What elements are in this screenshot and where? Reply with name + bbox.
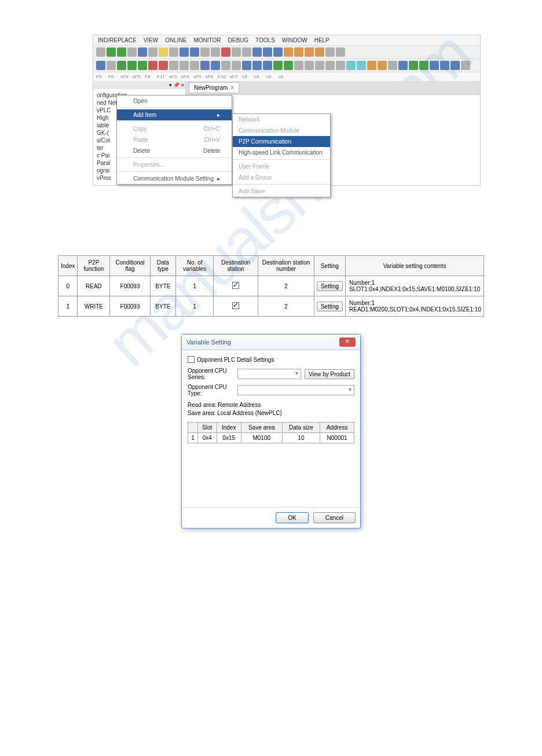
fn-key[interactable]: sF6 — [120, 74, 131, 79]
tb-icon[interactable] — [430, 61, 439, 70]
ctx-delete[interactable]: Delete Delete — [117, 145, 232, 156]
setting-button[interactable]: Setting — [317, 281, 343, 291]
tb-icon[interactable] — [252, 61, 262, 70]
fn-key[interactable]: sF5 — [133, 74, 143, 79]
cell-dtype[interactable]: BYTE — [150, 276, 175, 296]
tb-icon[interactable] — [117, 61, 126, 70]
tb-icon[interactable] — [284, 61, 293, 70]
tb-icon[interactable] — [159, 61, 168, 70]
fn-key[interactable]: F5 — [96, 74, 107, 79]
menu-help[interactable]: HELP — [314, 37, 329, 43]
ok-button[interactable]: OK — [276, 512, 308, 523]
cell-nvars[interactable]: 1 — [176, 276, 214, 296]
tb-icon[interactable] — [263, 61, 272, 70]
tb-icon[interactable] — [336, 61, 345, 70]
cell-dest-num[interactable]: 2 — [258, 296, 314, 317]
tb-icon[interactable] — [148, 47, 158, 57]
tb-icon[interactable] — [273, 61, 283, 70]
fn-key[interactable]: c5 — [266, 74, 277, 79]
tb-icon[interactable] — [273, 47, 283, 57]
menu-findreplace[interactable]: IND/REPLACE — [98, 37, 137, 43]
close-button[interactable]: ✕ — [339, 337, 356, 347]
tb-icon[interactable] — [117, 47, 126, 57]
menu-monitor[interactable]: MONITOR — [193, 37, 221, 43]
fn-key[interactable]: sF5 — [193, 74, 204, 79]
tb-icon[interactable] — [315, 61, 324, 70]
tb-icon[interactable] — [211, 61, 220, 70]
tb-icon[interactable] — [200, 61, 210, 70]
tb-icon[interactable] — [252, 47, 262, 57]
fn-key[interactable]: sF6 — [206, 74, 216, 79]
tb-icon[interactable] — [200, 47, 210, 57]
tb-icon[interactable] — [180, 61, 189, 70]
sub-hslink[interactable]: High-speed Link Communication — [233, 147, 330, 158]
tb-icon[interactable] — [159, 47, 168, 57]
fn-key[interactable]: F8 — [145, 74, 155, 79]
ctx-add-item[interactable]: Add Item ▸ — [117, 109, 232, 120]
tb-icon[interactable] — [138, 61, 147, 70]
checkbox-icon[interactable] — [232, 302, 239, 309]
menu-window[interactable]: WINDOW — [282, 37, 307, 43]
cell-function[interactable]: READ — [78, 276, 110, 296]
tb-icon[interactable] — [221, 47, 230, 57]
tb-icon[interactable] — [419, 61, 429, 70]
tb-icon[interactable] — [190, 47, 199, 57]
cell-index[interactable]: 0x15 — [217, 433, 241, 443]
tb-icon[interactable] — [346, 61, 356, 70]
tb-icon[interactable] — [169, 61, 178, 70]
checkbox-icon[interactable] — [188, 356, 195, 363]
cpu-series-select[interactable] — [237, 369, 301, 379]
tb-icon[interactable] — [148, 61, 158, 70]
cell-dest-check[interactable] — [214, 296, 258, 317]
tb-icon[interactable] — [190, 61, 199, 70]
close-icon[interactable]: × — [230, 85, 234, 91]
tb-icon[interactable] — [451, 61, 460, 70]
fn-key[interactable]: F6 — [108, 74, 119, 79]
cell-flag[interactable]: F00093 — [110, 296, 150, 317]
tb-icon[interactable] — [127, 47, 137, 57]
cell-flag[interactable]: F00093 — [110, 276, 150, 296]
tb-icon[interactable] — [409, 61, 418, 70]
tb-icon[interactable] — [263, 47, 272, 57]
cancel-button[interactable]: Cancel — [313, 512, 356, 523]
tb-icon[interactable] — [378, 61, 387, 70]
cell-addr[interactable]: N00001 — [320, 433, 354, 443]
tb-icon[interactable] — [325, 47, 335, 57]
tb-icon[interactable] — [367, 61, 376, 70]
tb-icon[interactable] — [294, 61, 303, 70]
menu-view[interactable]: VIEW — [144, 37, 159, 43]
cell-function[interactable]: WRITE — [78, 296, 110, 317]
cell-slot[interactable]: 0x4 — [197, 433, 217, 443]
fn-key[interactable]: sF3 — [169, 74, 180, 79]
setting-button[interactable]: Setting — [317, 302, 343, 311]
cell-size[interactable]: 10 — [282, 433, 320, 443]
cell-nvars[interactable]: 1 — [176, 296, 214, 317]
tb-icon[interactable] — [96, 47, 105, 57]
view-by-product-button[interactable]: View by Product — [305, 369, 354, 379]
cell-setting[interactable]: Setting — [314, 276, 345, 296]
tb-icon[interactable] — [96, 61, 105, 70]
fn-key[interactable]: c3 — [242, 74, 252, 79]
tb-icon[interactable] — [398, 61, 408, 70]
tb-icon[interactable] — [242, 61, 251, 70]
cpu-type-select[interactable] — [237, 385, 354, 395]
cell-save[interactable]: M0100 — [241, 433, 282, 443]
detail-settings-checkbox[interactable]: Opponent PLC Detail Settings — [188, 356, 354, 363]
tb-icon[interactable] — [315, 47, 324, 57]
menu-tools[interactable]: TOOLS — [255, 37, 275, 43]
tb-icon[interactable] — [127, 61, 137, 70]
tb-icon[interactable] — [242, 47, 251, 57]
tab-newprogram[interactable]: NewProgram × — [189, 82, 239, 93]
cell-setting[interactable]: Setting — [314, 296, 345, 317]
tb-icon[interactable] — [388, 61, 397, 70]
tb-icon[interactable] — [211, 47, 220, 57]
tb-icon[interactable] — [305, 61, 314, 70]
tb-icon[interactable] — [294, 47, 303, 57]
tb-icon[interactable] — [232, 61, 241, 70]
tb-icon[interactable] — [336, 47, 345, 57]
tb-icon[interactable] — [138, 47, 147, 57]
ctx-open[interactable]: Open — [117, 96, 232, 107]
cell-dtype[interactable]: BYTE — [150, 296, 175, 317]
tb-icon[interactable] — [325, 61, 335, 70]
checkbox-icon[interactable] — [232, 282, 239, 289]
